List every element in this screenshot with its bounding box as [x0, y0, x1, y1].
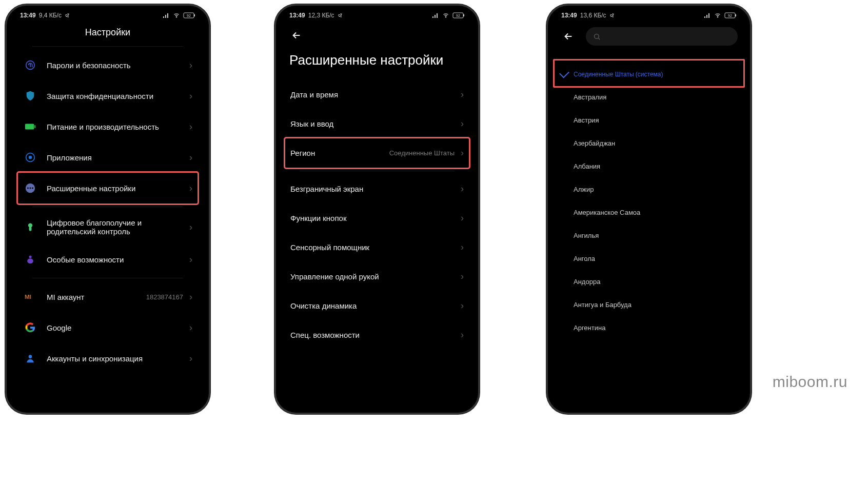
row-label: Дата и время — [290, 90, 458, 99]
divider — [32, 46, 183, 47]
row-body: Питание и производительность — [47, 123, 186, 131]
back-button[interactable] — [560, 28, 577, 45]
chevron-right-icon: › — [461, 330, 464, 340]
row-label: Пароли и безопасность — [47, 61, 186, 70]
row-body: Спец. возможности — [290, 331, 458, 339]
settings-row[interactable]: Питание и производительность› — [18, 111, 198, 142]
settings-row[interactable]: Расширенные настройки› — [18, 173, 198, 204]
settings-row[interactable]: Аккаунты и синхронизация› — [18, 343, 198, 374]
heart-icon — [23, 220, 37, 234]
wifi-icon — [442, 12, 449, 18]
chevron-right-icon: › — [189, 292, 192, 302]
back-button[interactable] — [288, 27, 305, 44]
status-bar: 13:49 12,3 КБ/с 92 — [278, 8, 476, 23]
chevron-right-icon: › — [189, 353, 192, 364]
row-body: MI аккаунт — [47, 293, 146, 301]
chevron-right-icon: › — [189, 254, 192, 265]
chevron-right-icon: › — [461, 242, 464, 253]
settings-row[interactable]: Функции кнопок› — [285, 204, 469, 233]
row-label: Питание и производительность — [47, 123, 186, 131]
row-body: Дата и время — [290, 90, 458, 99]
row-label: MI аккаунт — [47, 293, 146, 301]
settings-row[interactable]: Сенсорный помощник› — [285, 233, 469, 262]
page-title: Расширенные настройки — [278, 49, 476, 80]
svg-point-27 — [595, 34, 599, 38]
region-item[interactable]: Ангола — [550, 247, 748, 270]
settings-row[interactable]: Спец. возможности› — [285, 320, 469, 350]
mute-icon — [65, 12, 71, 18]
row-label: Спец. возможности — [290, 331, 458, 339]
chevron-right-icon: › — [461, 271, 464, 282]
svg-text:92: 92 — [187, 14, 191, 17]
chevron-right-icon: › — [189, 183, 192, 194]
row-body: Защита конфиденциальности — [47, 92, 186, 100]
settings-row[interactable]: Цифровое благополучие и родительский кон… — [18, 210, 198, 244]
region-item[interactable]: Аргентина — [550, 316, 748, 339]
row-body: Безграничный экран — [290, 185, 458, 193]
chevron-right-icon: › — [461, 213, 464, 223]
signal-icon — [163, 13, 170, 18]
region-selected[interactable]: Соединенные Штаты (система) — [550, 63, 748, 86]
row-label: Сенсорный помощник — [290, 243, 458, 252]
header — [550, 23, 748, 51]
region-item[interactable]: Австралия — [550, 86, 748, 109]
row-body: Цифровое благополучие и родительский кон… — [47, 218, 186, 236]
settings-row[interactable]: Приложения› — [18, 142, 198, 173]
region-item[interactable]: Американское Самоа — [550, 201, 748, 224]
row-body: Язык и ввод — [290, 119, 458, 128]
search-input[interactable] — [586, 27, 738, 46]
row-label: Очистка динамика — [290, 301, 458, 310]
page-title: Настройки — [85, 27, 130, 38]
mute-icon — [609, 12, 616, 18]
signal-icon — [704, 13, 711, 18]
region-label: Алжир — [574, 186, 594, 193]
settings-row[interactable]: Управление одной рукой› — [285, 262, 469, 291]
svg-point-11 — [30, 188, 31, 189]
region-item[interactable]: Австрия — [550, 109, 748, 132]
region-item[interactable]: Алжир — [550, 178, 748, 201]
clock: 13:49 — [20, 12, 36, 19]
battery-icon: 92 — [183, 12, 195, 18]
wifi-icon — [173, 12, 180, 18]
clock: 13:49 — [561, 12, 577, 19]
region-label: Австрия — [574, 116, 599, 124]
settings-row[interactable]: Пароли и безопасность› — [18, 50, 198, 80]
net-speed: 12,3 КБ/с — [308, 12, 334, 19]
settings-row[interactable]: Особые возможности› — [18, 244, 198, 275]
svg-rect-6 — [34, 125, 35, 128]
header: Настройки — [9, 23, 207, 43]
settings-row[interactable]: Очистка динамика› — [285, 291, 469, 320]
divider — [32, 278, 183, 278]
settings-row[interactable]: MIMI аккаунт1823874167› — [18, 281, 198, 312]
region-list: Соединенные Штаты (система) АвстралияАвс… — [550, 63, 748, 339]
region-label: Андорра — [574, 278, 600, 286]
settings-row[interactable]: Защита конфиденциальности› — [18, 80, 198, 111]
region-item[interactable]: Азербайджан — [550, 132, 748, 155]
settings-row[interactable]: Язык и ввод› — [285, 109, 469, 138]
header — [278, 23, 476, 49]
settings-row[interactable]: Google› — [18, 312, 198, 343]
region-item[interactable]: Андорра — [550, 270, 748, 293]
svg-point-18 — [29, 355, 32, 358]
settings-row[interactable]: Дата и время› — [285, 80, 469, 109]
phone-advanced: 13:49 12,3 КБ/с 92 Расширенные настройки… — [274, 4, 480, 414]
row-label: Регион — [290, 149, 389, 157]
region-item[interactable]: Албания — [550, 155, 748, 178]
watermark: miboom.ru — [773, 373, 847, 391]
screen-2: 13:49 12,3 КБ/с 92 Расширенные настройки… — [278, 8, 476, 411]
region-item[interactable]: Антигуа и Барбуда — [550, 293, 748, 316]
row-label: Аккаунты и синхронизация — [47, 354, 186, 363]
row-body: Функции кнопок — [290, 214, 458, 222]
row-body: Очистка динамика — [290, 301, 458, 310]
divider — [300, 171, 455, 171]
mute-icon — [338, 12, 344, 18]
wifi-icon — [714, 12, 721, 18]
row-value: 1823874167 — [146, 293, 186, 301]
settings-row[interactable]: Безграничный экран› — [285, 174, 469, 204]
row-label: Защита конфиденциальности — [47, 92, 186, 100]
region-item[interactable]: Ангилья — [550, 224, 748, 247]
settings-row[interactable]: РегионСоединенные Штаты› — [285, 138, 469, 168]
chevron-right-icon: › — [461, 89, 464, 100]
chevron-right-icon: › — [189, 60, 192, 71]
row-label: Расширенные настройки — [47, 184, 186, 193]
